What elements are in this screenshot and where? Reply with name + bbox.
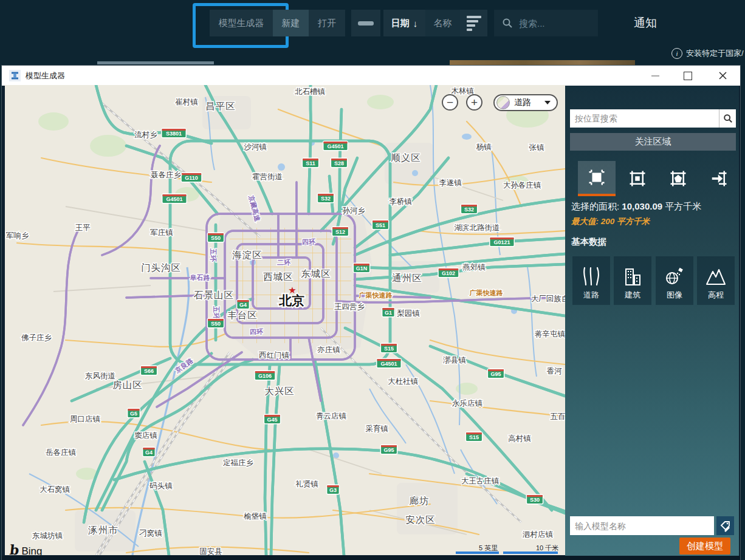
map-label: 王平 (75, 224, 91, 232)
create-model-button[interactable]: 创建模型 (679, 538, 730, 555)
area-label: 选择的面积: (571, 201, 619, 211)
map-label: 大王古庄镇 (461, 477, 500, 485)
tile-label: 道路 (583, 290, 599, 301)
bing-label: Bing (21, 545, 42, 555)
maximize-button[interactable] (675, 66, 701, 86)
map-label: 定福庄乡 (223, 459, 254, 467)
map-label: 安次区 (405, 514, 436, 525)
svg-text:G4: G4 (239, 302, 247, 308)
svg-text:S66: S66 (144, 368, 154, 374)
app-toolbar: 模型生成器 新建 打开 日期↓ 名称 通知 i 安装特定于国家/ (0, 0, 745, 66)
tile-label: 图像 (667, 290, 682, 301)
sort-order-button[interactable] (460, 10, 487, 36)
imagery-icon (664, 267, 685, 286)
polygon-select-icon (669, 169, 687, 188)
map-graphics: 二环四环四环五环五环阜石路京良路京藏高速广渠快速路广渠快速路 S3801G450… (5, 85, 565, 555)
model-search-box[interactable] (494, 10, 598, 36)
search-input[interactable] (518, 18, 593, 29)
route-shield: G110 (180, 172, 202, 183)
map-label: 房山区 (112, 380, 143, 390)
data-tile-buildings[interactable]: 建筑 (614, 256, 651, 305)
zoom-out-button[interactable]: − (442, 94, 458, 111)
map-label: 五百 (551, 412, 566, 421)
map-label: 李桥镇 (389, 197, 412, 206)
tool-import-boundary[interactable] (700, 161, 738, 196)
svg-text:G4501: G4501 (327, 143, 343, 149)
tool-rectangle-select[interactable] (578, 161, 616, 196)
minimize-button[interactable] (642, 66, 668, 86)
location-search-box[interactable] (570, 109, 736, 128)
buildings-icon (622, 267, 643, 286)
road-name-label: 五环 (213, 306, 220, 320)
route-shield: S50 (207, 233, 225, 243)
window-title: 模型生成器 (26, 70, 65, 81)
svg-text:S50: S50 (211, 321, 221, 327)
route-shield: G4501 (376, 358, 402, 369)
map-label: 李遂镇 (439, 179, 462, 187)
map-label: 永乐店镇 (452, 399, 483, 408)
map-canvas[interactable]: 二环四环四环五环五环阜石路京良路京藏高速广渠快速路广渠快速路 S3801G450… (5, 85, 565, 555)
map-label: 码头镇 (149, 482, 173, 490)
sort-by-date-button[interactable]: 日期↓ (383, 10, 425, 36)
svg-text:S50: S50 (211, 235, 221, 241)
svg-text:S15: S15 (469, 434, 479, 440)
svg-text:S15: S15 (384, 346, 394, 352)
svg-text:S3801: S3801 (166, 131, 182, 137)
route-shield: S32 (317, 193, 335, 203)
tool-polygon-select[interactable] (659, 161, 697, 196)
sort-by-name-button[interactable]: 名称 (425, 10, 460, 36)
route-shield: G1 (382, 307, 395, 318)
data-tile-roads[interactable]: 道路 (572, 256, 610, 305)
map-label: 昌平区 (205, 101, 236, 111)
road-name-label: 五环 (210, 248, 217, 262)
map-style-thumbnail-icon (496, 96, 510, 109)
map-label: 亦庄镇 (317, 346, 340, 354)
more-button[interactable] (351, 10, 380, 36)
location-search-input[interactable] (570, 109, 719, 128)
info-icon: i (671, 48, 682, 59)
notifications-button[interactable]: 通知 (615, 10, 676, 36)
map-label: 霍营街道 (252, 172, 283, 181)
map-label: 张镇 (529, 143, 545, 152)
route-shield: S3801 (161, 128, 187, 138)
model-name-input[interactable] (570, 516, 714, 535)
map-scale: 5 英里 10 千米 (451, 544, 560, 555)
map-label: 孙河乡 (342, 207, 365, 215)
map-label: 涿州市 (88, 525, 118, 535)
data-tile-imagery[interactable]: 图像 (656, 256, 693, 305)
tool-expand-selection[interactable] (619, 161, 656, 196)
map-label: 高村镇 (508, 434, 531, 443)
map-label: 漷县镇 (442, 356, 466, 364)
svg-text:S28: S28 (334, 160, 344, 166)
map-label: 门头沟区 (141, 262, 181, 273)
bing-attribution: b Bing (10, 542, 42, 555)
close-button[interactable] (709, 66, 736, 86)
tile-label: 高程 (708, 290, 724, 301)
expand-selection-icon (628, 169, 647, 188)
svg-text:G45: G45 (267, 417, 277, 423)
map-label: 香河 (547, 367, 563, 375)
map-label: 石景山区 (193, 290, 234, 300)
map-label: 榆垡镇 (244, 512, 267, 521)
map-style-dropdown[interactable]: 道路 (493, 94, 558, 111)
location-search-button[interactable] (719, 109, 736, 128)
route-shield: G4501 (162, 194, 187, 204)
svg-text:S32: S32 (321, 196, 331, 202)
zoom-in-button[interactable]: + (466, 94, 482, 111)
map-label: 军响乡 (6, 231, 29, 240)
map-label: 湖滨北路街道 (455, 224, 500, 232)
scale-bar-miles (456, 551, 499, 554)
open-button[interactable]: 打开 (309, 10, 345, 36)
sort-bars-icon (467, 16, 481, 31)
map-label: 通州区 (392, 273, 422, 283)
model-tag-button[interactable] (716, 516, 734, 535)
route-shield: G106 (254, 370, 275, 381)
road-name-label: 四环 (302, 238, 316, 245)
elevation-icon (706, 267, 726, 286)
map-label: 梨园镇 (397, 309, 420, 318)
road-name-label: 阜石路 (190, 274, 210, 281)
new-button[interactable]: 新建 (273, 10, 309, 36)
search-icon (723, 114, 733, 123)
model-builder-button[interactable]: 模型生成器 (210, 10, 273, 36)
data-tile-elevation[interactable]: 高程 (697, 256, 735, 305)
